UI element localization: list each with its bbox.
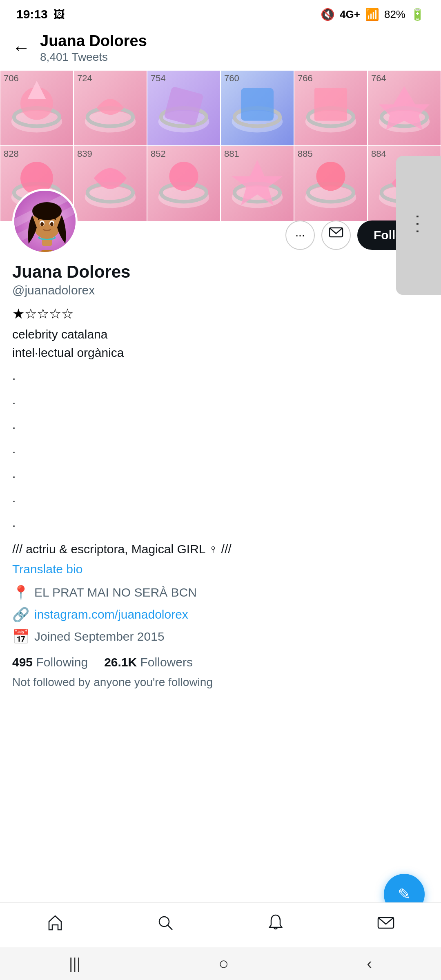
more-dots-icon: ···	[295, 229, 305, 242]
message-icon	[329, 226, 343, 244]
following-stat[interactable]: 495 Following	[12, 655, 88, 669]
joined-meta: 📅 Joined September 2015	[12, 628, 429, 645]
avatar	[12, 189, 78, 254]
message-button[interactable]	[321, 220, 351, 250]
followers-count: 26.1K	[104, 655, 137, 669]
profile-info: Juana Dolores @juanadolorex ★☆☆☆☆ celebr…	[0, 254, 441, 689]
cover-cell-1: 706	[0, 70, 74, 146]
cover-number-4: 760	[224, 73, 239, 84]
back-button[interactable]: ←	[12, 38, 30, 58]
svg-point-47	[159, 917, 169, 927]
svg-point-37	[27, 250, 67, 254]
cover-cell-2: 724	[74, 70, 147, 146]
link-icon: 🔗	[12, 606, 29, 623]
cover-cell-6: 764	[368, 70, 441, 146]
battery-icon: 🔋	[410, 8, 425, 21]
svg-rect-14	[314, 88, 347, 120]
cover-number-2: 724	[77, 73, 92, 84]
cover-cell-5: 766	[294, 70, 368, 146]
cover-number-7: 828	[4, 149, 19, 159]
tweet-count: 8,401 Tweets	[40, 51, 147, 64]
cover-number-6: 764	[371, 73, 386, 84]
not-followed-text: Not followed by anyone you're following	[12, 676, 429, 689]
bell-icon	[266, 913, 285, 937]
website-meta[interactable]: 🔗 instagram.com/juanadolorex	[12, 606, 429, 623]
status-time: 19:13	[16, 7, 48, 21]
cover-number-10: 881	[224, 149, 239, 159]
compose-icon: ✎	[398, 885, 411, 903]
mute-icon: 🔇	[321, 8, 335, 21]
signal-bars-icon: 📶	[365, 8, 379, 21]
bottom-nav	[0, 902, 441, 947]
battery-level: 82%	[384, 8, 405, 21]
android-recents-button[interactable]: |||	[69, 955, 80, 972]
nav-home-button[interactable]	[39, 909, 71, 942]
status-bar: 19:13 🖼 🔇 4G+ 📶 82% 🔋	[0, 0, 441, 25]
following-label: Following	[36, 655, 88, 669]
cover-number-3: 754	[151, 73, 166, 84]
follow-stats: 495 Following 26.1K Followers	[12, 655, 429, 669]
followers-label: Followers	[140, 655, 193, 669]
bio-line-1: celebrity catalana	[12, 327, 107, 341]
following-count: 495	[12, 655, 33, 669]
joined-text: Joined September 2015	[34, 630, 165, 644]
star-rating: ★☆☆☆☆	[12, 305, 429, 322]
signal-label: 4G+	[340, 8, 360, 21]
mail-icon	[376, 913, 395, 937]
android-nav: ||| ○ ‹	[0, 947, 441, 980]
cover-cell-3: 754	[147, 70, 220, 146]
svg-point-25	[169, 162, 198, 191]
location-text: EL PRAT MAI NO SERÀ BCN	[34, 586, 197, 599]
cover-number-1: 706	[4, 73, 19, 84]
bio-line-2: intel·lectual orgànica	[12, 346, 124, 359]
profile-meta: 📍 EL PRAT MAI NO SERÀ BCN 🔗 instagram.co…	[12, 584, 429, 645]
calendar-icon: 📅	[12, 628, 29, 645]
cover-number-5: 766	[298, 73, 313, 84]
profile-name: Juana Dolores	[12, 262, 429, 282]
nav-messages-button[interactable]	[370, 909, 402, 942]
top-nav: ← Juana Dolores 8,401 Tweets	[0, 25, 441, 70]
website-link[interactable]: instagram.com/juanadolorex	[34, 608, 188, 621]
avatar-row: ··· Follow	[0, 189, 441, 254]
cover-number-8: 839	[77, 149, 92, 159]
cover-number-9: 852	[151, 149, 166, 159]
nav-title: Juana Dolores	[40, 32, 147, 51]
nav-notifications-button[interactable]	[259, 909, 292, 942]
location-meta: 📍 EL PRAT MAI NO SERÀ BCN	[12, 584, 429, 601]
bio-dots: · · · · · · ·	[12, 366, 429, 537]
cover-number-12: 884	[371, 149, 386, 159]
profile-handle: @juanadolorex	[12, 283, 429, 297]
context-dots-icon: ···	[408, 214, 429, 236]
nav-search-button[interactable]	[149, 909, 182, 942]
status-icons: 🔇 4G+ 📶 82% 🔋	[321, 8, 425, 21]
search-icon	[156, 913, 175, 937]
android-home-button[interactable]: ○	[218, 954, 229, 973]
profile-bio: celebrity catalana intel·lectual orgànic…	[12, 325, 429, 362]
location-icon: 📍	[12, 584, 29, 601]
context-menu[interactable]: ···	[396, 156, 441, 295]
svg-point-45	[50, 222, 53, 226]
cover-number-11: 885	[298, 149, 313, 159]
svg-line-48	[168, 925, 172, 930]
home-icon	[46, 913, 65, 937]
bio-line-3: /// actriu & escriptora, Magical GIRL ♀ …	[12, 540, 429, 558]
followers-stat[interactable]: 26.1K Followers	[104, 655, 193, 669]
cover-cell-4: 760	[220, 70, 294, 146]
translate-bio-button[interactable]: Translate bio	[12, 562, 429, 576]
svg-rect-11	[241, 88, 274, 120]
svg-point-31	[316, 162, 345, 191]
more-button[interactable]: ···	[285, 220, 315, 250]
svg-point-41	[32, 202, 62, 220]
svg-point-44	[40, 222, 44, 226]
photo-icon: 🖼	[53, 8, 65, 21]
android-back-button[interactable]: ‹	[367, 955, 372, 973]
